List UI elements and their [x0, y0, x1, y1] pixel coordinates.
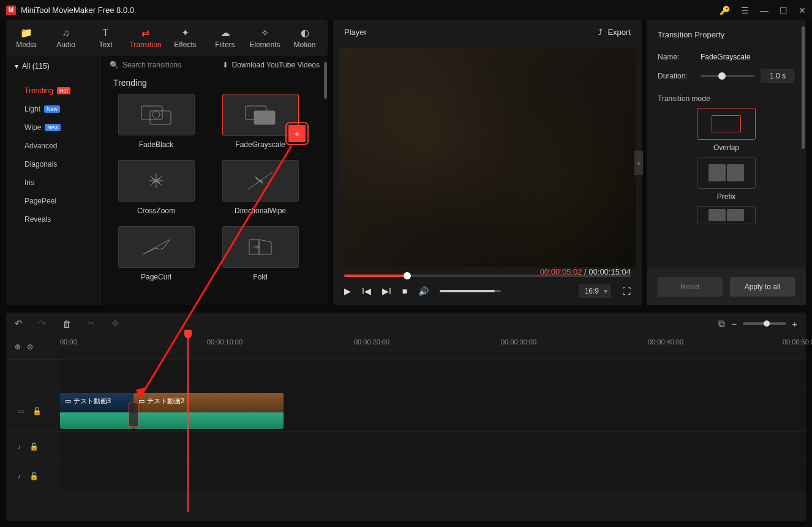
zoom-in-button[interactable]: +: [792, 319, 797, 329]
audio-track-icon: ♪: [17, 472, 21, 480]
video-preview[interactable]: [339, 48, 636, 267]
app-logo: M: [6, 6, 16, 15]
scrollbar-thumb[interactable]: [324, 62, 327, 99]
add-marker-icon[interactable]: ⊕: [15, 343, 21, 351]
svg-rect-4: [254, 111, 275, 124]
prev-frame-button[interactable]: I◀: [362, 286, 371, 296]
clip-icon: ▭: [65, 397, 71, 405]
audio-track-2: ♪🔓: [6, 461, 806, 490]
next-frame-button[interactable]: ▶I: [382, 286, 391, 296]
lock-icon[interactable]: 🔓: [29, 442, 39, 451]
zoom-handle[interactable]: [764, 320, 770, 327]
apply-all-button[interactable]: Apply to all: [730, 277, 795, 297]
svg-point-2: [152, 111, 160, 118]
next-preview-button[interactable]: ›: [634, 151, 643, 175]
search-input[interactable]: 🔍Search transitions: [110, 61, 216, 69]
titlebar: M MiniTool MovieMaker Free 8.0.0 🔑 ☰ — ☐…: [0, 0, 812, 20]
chevron-down-icon: ▾: [15, 62, 18, 70]
split-button[interactable]: ✂: [88, 318, 96, 329]
menu-icon[interactable]: ☰: [741, 6, 749, 15]
properties-panel: Transition Property Name: FadeGrayscale …: [647, 20, 806, 305]
zoom-slider[interactable]: [743, 322, 786, 325]
export-icon: ⤴: [598, 28, 603, 37]
close-button[interactable]: ✕: [799, 6, 806, 15]
undo-button[interactable]: ↶: [15, 318, 23, 329]
transition-directionalwipe[interactable]: DirectionalWipe: [217, 160, 303, 215]
download-icon: ⬇: [222, 61, 228, 69]
category-advanced[interactable]: Advanced: [6, 137, 100, 155]
autofit-icon[interactable]: ⧉: [718, 318, 725, 329]
volume-slider[interactable]: [440, 290, 501, 292]
transition-crosszoom[interactable]: CrossZoom: [113, 160, 199, 215]
new-badge: New: [45, 124, 61, 131]
download-videos-button[interactable]: ⬇Download YouTube Videos: [222, 61, 320, 69]
transition-browser: ▾All (115) TrendingHot LightNew WipeNew …: [6, 56, 328, 305]
category-reveals[interactable]: Reveals: [6, 210, 100, 229]
timeline-toolbar: ↶ ↷ 🗑 ✂ ✥ ⧉ − +: [6, 313, 806, 335]
category-pagepeel[interactable]: PagePeel: [6, 192, 100, 210]
stop-button[interactable]: ■: [402, 286, 407, 296]
category-light[interactable]: LightNew: [6, 100, 100, 118]
duration-handle[interactable]: [718, 72, 726, 80]
transition-fold[interactable]: Fold: [217, 226, 303, 281]
properties-title: Transition Property: [647, 20, 806, 49]
transition-fadegrayscale[interactable]: ＋ FadeGrayscale: [217, 94, 303, 149]
fullscreen-button[interactable]: ⛶: [622, 286, 631, 296]
category-iris[interactable]: Iris: [6, 173, 100, 192]
time-ruler[interactable]: 00:00 00:00:10:00 00:00:20:00 00:00:30:0…: [60, 335, 806, 359]
transition-marker[interactable]: [129, 403, 138, 427]
category-diagonals[interactable]: Diagonals: [6, 155, 100, 173]
maximize-button[interactable]: ☐: [780, 6, 788, 15]
zoom-out-button[interactable]: −: [731, 319, 737, 329]
add-transition-button[interactable]: ＋: [288, 125, 306, 142]
aspect-ratio-select[interactable]: 16:9: [579, 284, 611, 298]
play-button[interactable]: ▶: [344, 286, 351, 296]
video-track-body[interactable]: ▭テスト動画3 ▭テスト動画2: [60, 390, 806, 431]
transition-pagecurl[interactable]: PageCurl: [113, 226, 199, 281]
crop-button[interactable]: ✥: [111, 318, 119, 329]
scrollbar-thumb[interactable]: [802, 26, 805, 149]
duration-input[interactable]: 1.0 s: [761, 69, 795, 83]
playhead[interactable]: [187, 335, 189, 512]
mode-label: Transition mode: [647, 87, 806, 108]
redo-button[interactable]: ↷: [39, 318, 47, 329]
app-title: MiniTool MovieMaker Free 8.0.0: [21, 6, 720, 15]
category-wipe[interactable]: WipeNew: [6, 118, 100, 137]
spacer-track: [6, 359, 806, 390]
audio-track-icon: ♪: [17, 442, 21, 451]
reset-button[interactable]: Reset: [658, 277, 723, 297]
audio-track-1: ♪🔓: [6, 431, 806, 461]
search-icon: 🔍: [110, 61, 119, 69]
transition-fadeblack[interactable]: FadeBlack: [113, 94, 199, 149]
clip-1[interactable]: ▭テスト動画3: [60, 393, 133, 429]
lock-icon[interactable]: 🔓: [29, 472, 39, 480]
seek-bar[interactable]: [344, 275, 631, 277]
minimize-button[interactable]: —: [760, 6, 769, 15]
duration-slider[interactable]: [701, 75, 754, 77]
mode-prefix[interactable]: Prefix: [658, 157, 795, 201]
remove-marker-icon[interactable]: ⊖: [27, 343, 33, 351]
duration-label: Duration:: [658, 72, 694, 80]
clip-2[interactable]: ▭テスト動画2: [133, 393, 284, 429]
category-sidebar: ▾All (115) TrendingHot LightNew WipeNew …: [6, 56, 101, 305]
seek-handle[interactable]: [404, 272, 411, 279]
category-trending[interactable]: TrendingHot: [6, 82, 100, 100]
name-value: FadeGrayscale: [701, 53, 750, 61]
player-title: Player: [344, 28, 598, 37]
hot-badge: Hot: [57, 87, 70, 94]
mode-overlap[interactable]: Overlap: [658, 108, 795, 152]
new-badge: New: [44, 105, 60, 113]
timeline: ⊕ ⊖ 00:00 00:00:10:00 00:00:20:00 00:00:…: [6, 335, 806, 521]
export-button[interactable]: ⤴Export: [598, 28, 631, 37]
category-all[interactable]: ▾All (115): [6, 56, 100, 77]
mode-extra[interactable]: [658, 206, 795, 224]
section-title: Trending: [101, 74, 328, 94]
volume-icon[interactable]: 🔊: [418, 286, 429, 296]
clip-icon: ▭: [138, 397, 145, 405]
key-icon[interactable]: 🔑: [720, 6, 730, 15]
video-track: ▭🔓 ▭テスト動画3 ▭テスト動画2: [6, 390, 806, 431]
name-label: Name:: [658, 53, 694, 61]
delete-button[interactable]: 🗑: [62, 319, 72, 329]
lock-icon[interactable]: 🔓: [32, 407, 42, 415]
player-panel: Player ⤴Export › 00:00:05:02 / 00:00:15:…: [333, 20, 642, 305]
